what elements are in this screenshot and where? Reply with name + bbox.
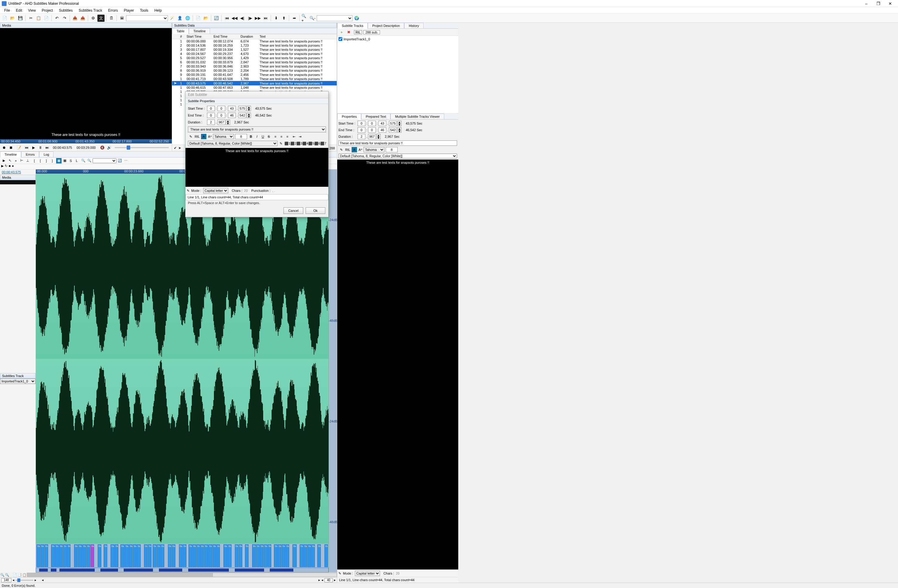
subtitle-block[interactable]: Th	[40, 544, 44, 567]
table-row[interactable]: 700:00:33.94300:00:36.8462,903These are …	[172, 64, 337, 68]
apply-button[interactable]: ✎	[338, 147, 344, 152]
tl-l[interactable]: L	[74, 158, 80, 163]
skip-fwd-button[interactable]: ⏭	[44, 145, 50, 151]
subtitle-block[interactable]: Th	[67, 544, 71, 567]
tl-zoom-in[interactable]: 🔍	[81, 158, 86, 163]
media-ruler[interactable]: 00:00:34.45000:01:08.90000:01:43.35000:0…	[0, 139, 172, 143]
person-button[interactable]: 👤	[176, 15, 183, 22]
dialog-title[interactable]: Edit Subtitle	[186, 91, 328, 98]
subtitle-block[interactable]: Th	[78, 544, 82, 567]
dlg-bold[interactable]: B	[248, 134, 254, 139]
rtl-label[interactable]: RtL	[354, 30, 362, 34]
subtitle-block[interactable]: Th	[264, 544, 268, 567]
subtitle-block[interactable]: Th	[268, 544, 271, 567]
marker-button[interactable]: 📝	[16, 145, 22, 151]
dlg-p1[interactable]: ⬛1	[285, 141, 290, 146]
recent-combo[interactable]	[126, 15, 168, 21]
tl-bracket-rb[interactable]: ]	[44, 158, 49, 163]
subtitle-block[interactable]: Th	[137, 544, 141, 567]
mini-map[interactable]	[36, 568, 329, 573]
tab-errors[interactable]: Errors	[21, 151, 39, 157]
pause-button[interactable]: ⏸	[37, 145, 43, 151]
tl-pointer[interactable]: ↖	[7, 158, 12, 163]
globe2-button[interactable]: 🌍	[353, 15, 360, 22]
dlg-align-r[interactable]: ≡	[285, 134, 290, 139]
prev2-button[interactable]: ◀|	[239, 15, 246, 22]
cancel-button[interactable]: Cancel	[283, 207, 303, 214]
dlg-text-combo[interactable]: These are test texts for snapsots purose…	[188, 126, 326, 132]
subtitle-block[interactable]: Th	[204, 544, 208, 567]
tl-doc2[interactable]: 📑	[17, 573, 22, 577]
tl-doc3[interactable]: 📋	[22, 573, 27, 577]
save-button[interactable]: 💾	[17, 15, 24, 22]
dlg-start-spin[interactable]: ▲▼	[247, 106, 251, 111]
wand-button[interactable]: 🪄	[169, 15, 176, 22]
tl-doc1[interactable]: 📄	[12, 573, 17, 577]
open-button[interactable]: 📂	[9, 15, 16, 22]
subtitle-block[interactable]: Th	[104, 544, 107, 567]
rec-button[interactable]: ⏺	[1, 145, 7, 151]
tl-bracket-r[interactable]: ]	[49, 158, 55, 163]
tab-log[interactable]: Log	[39, 151, 54, 157]
font-size-input[interactable]	[386, 147, 398, 152]
table-row[interactable]: 800:00:36.91900:00:39.1232,204These are …	[172, 68, 337, 72]
ok-button[interactable]: Ok	[306, 207, 325, 214]
stop-button[interactable]: ⏹	[8, 145, 14, 151]
dlg-size[interactable]	[235, 134, 247, 139]
tl-opts[interactable]: ⋯	[123, 158, 128, 163]
end-ms[interactable]	[389, 127, 397, 133]
dlg-start-ms[interactable]	[238, 106, 246, 111]
mark-out-button[interactable]: ⬆	[280, 15, 288, 22]
table-row[interactable]: 500:00:29.52700:00:30.9561,429These are …	[172, 56, 337, 60]
dlg-start-s[interactable]	[228, 106, 236, 111]
play-button[interactable]: ▶	[31, 145, 37, 151]
end-s[interactable]	[378, 127, 386, 133]
subtitle-block[interactable]: Th	[256, 544, 260, 567]
del-track-button[interactable]: ✖	[346, 29, 352, 35]
tl-align[interactable]: ⊥	[25, 158, 31, 163]
dlg-underline[interactable]: U	[260, 134, 266, 139]
next-button[interactable]: ▶▶	[254, 15, 261, 22]
style-combo[interactable]: Default [Tahoma, 8, Regular, Color [Whit…	[338, 154, 457, 159]
subtitle-block[interactable]: Th	[274, 544, 278, 567]
dlg-dur-s[interactable]	[207, 120, 215, 125]
start-s[interactable]	[378, 121, 386, 126]
row-zoom-inc[interactable]: ▸	[35, 578, 37, 582]
subtitle-block[interactable]: Th	[196, 544, 200, 567]
subtitle-block[interactable]: Th	[63, 544, 67, 567]
col-dur[interactable]: Duration	[239, 34, 258, 39]
subtitle-block[interactable]: Th	[168, 544, 171, 567]
dlg-style-edit[interactable]: ✎	[278, 141, 283, 146]
globe-button[interactable]: 🌐	[184, 15, 191, 22]
mode-icon[interactable]: ✎	[338, 571, 341, 576]
mark-in-button[interactable]: ⬇	[272, 15, 280, 22]
add-track-button[interactable]: ＋	[338, 29, 344, 35]
end-h[interactable]	[358, 127, 365, 133]
subtitle-block[interactable]: Th	[153, 544, 157, 567]
video-view[interactable]: These are test texts for snapsots purose…	[0, 28, 172, 139]
dlg-rtl[interactable]: RtL	[194, 134, 200, 139]
tl-zoom-combo[interactable]	[92, 159, 117, 163]
dlg-strike[interactable]: S	[266, 134, 272, 139]
mode-combo[interactable]: Capital letter	[355, 571, 380, 576]
zoom-out-button[interactable]: 🔍-	[309, 15, 316, 22]
row-zoom-input[interactable]	[1, 578, 11, 582]
col-start[interactable]: Start Time	[185, 34, 212, 39]
rtl-button[interactable]: RtL	[345, 147, 351, 152]
subtitle-block[interactable]: Th	[228, 544, 232, 567]
menu-subtitles[interactable]: Subtitles	[56, 8, 75, 14]
subtitle-block[interactable]: Th	[200, 544, 204, 567]
prev-button[interactable]: ◀◀	[231, 15, 238, 22]
subtitle-block[interactable]: Th	[300, 544, 303, 567]
font-pick-button[interactable]: Aᵃ	[358, 147, 363, 152]
dlg-p3[interactable]: ⬛3	[297, 141, 302, 146]
subtitle-block[interactable]: Th	[148, 544, 151, 567]
dlg-p6[interactable]: ⬛6	[315, 141, 320, 146]
subtitle-block[interactable]: Th	[235, 544, 238, 567]
dlg-align-l[interactable]: ≡	[273, 134, 278, 139]
subtitle-block[interactable]: Th	[239, 544, 242, 567]
subtitle-block[interactable]: Th	[245, 544, 249, 567]
track-checkbox[interactable]	[338, 37, 342, 41]
doc-open-button[interactable]: 📂	[202, 15, 209, 22]
tab-multi[interactable]: Multiple Subtitle Tracks Viewer	[391, 114, 444, 119]
